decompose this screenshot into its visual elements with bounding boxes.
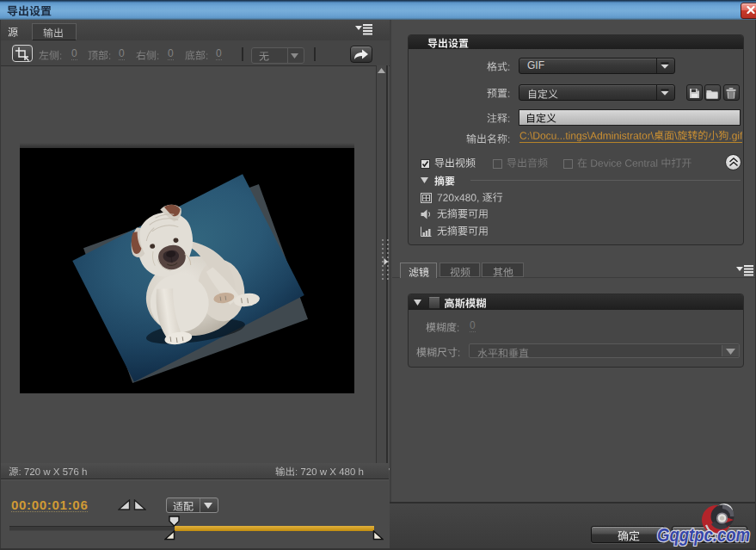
svg-text:Gqgtpc.com: Gqgtpc.com xyxy=(657,524,750,546)
